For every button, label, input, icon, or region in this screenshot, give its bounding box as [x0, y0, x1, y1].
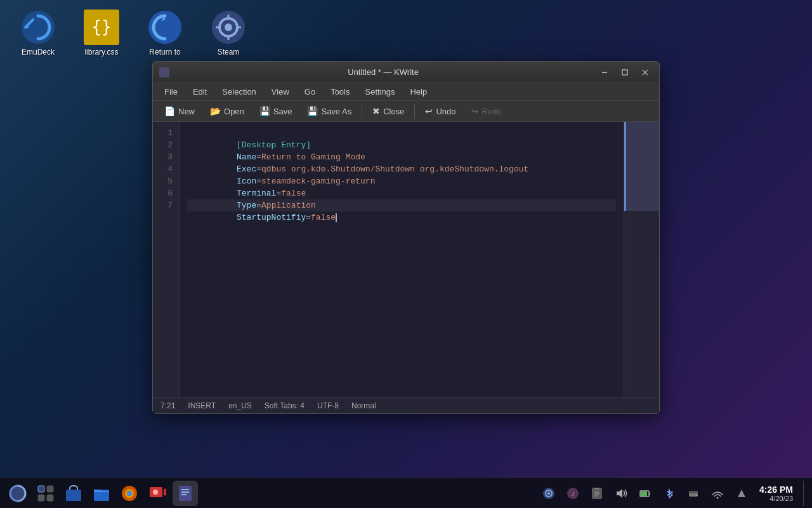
taskbar-volume[interactable]: [611, 483, 631, 504]
menu-selection[interactable]: Selection: [216, 84, 262, 99]
close-button[interactable]: [636, 65, 654, 79]
redo-icon: ↪: [471, 106, 479, 116]
toolbar-separator-2: [414, 104, 415, 119]
title-bar: Untitled * — KWrite: [153, 62, 659, 83]
svg-rect-16: [38, 495, 44, 501]
save-as-button[interactable]: 💾 Save As: [301, 104, 358, 119]
taskbar: ♪: [0, 478, 812, 508]
new-icon: 📄: [164, 106, 175, 116]
clock-time: 4:26 PM: [759, 485, 793, 495]
return-to-label: Return to: [149, 48, 180, 57]
taskbar-clock[interactable]: 4:26 PM 4/20/23: [756, 483, 797, 504]
desktop-icon-steam[interactable]: Steam: [203, 6, 254, 60]
status-style: Normal: [351, 401, 376, 410]
open-label: Open: [224, 107, 244, 116]
close-file-button[interactable]: ✖ Close: [366, 104, 410, 119]
taskbar-store[interactable]: [61, 481, 86, 506]
svg-text:{}: {}: [91, 17, 111, 36]
taskbar-kde-menu[interactable]: [5, 481, 30, 506]
svg-rect-18: [66, 490, 81, 501]
menu-bar: File Edit Selection View Go Tools Settin…: [153, 83, 659, 101]
menu-tools[interactable]: Tools: [324, 84, 356, 99]
editor-area[interactable]: 1 2 3 4 5 6 7 [Desktop Entry] Name=Retur…: [153, 122, 659, 397]
desktop: EmuDeck {} library.css Return to: [0, 0, 812, 508]
svg-point-47: [717, 497, 719, 498]
save-as-label: Save As: [321, 107, 351, 116]
taskbar-show-hidden[interactable]: [731, 483, 752, 504]
svg-rect-26: [179, 486, 192, 501]
menu-edit[interactable]: Edit: [187, 84, 213, 99]
svg-rect-15: [47, 486, 53, 492]
taskbar-pager[interactable]: [33, 481, 58, 506]
undo-label: Undo: [436, 107, 455, 116]
status-mode: INSERT: [188, 401, 216, 410]
line-num-4: 4: [157, 163, 175, 175]
minimap[interactable]: [624, 122, 659, 397]
redo-button[interactable]: ↪ Redo: [465, 104, 508, 119]
desktop-icon-library-css[interactable]: {} library.css: [76, 6, 127, 60]
desktop-icon-emudeck[interactable]: EmuDeck: [13, 6, 63, 60]
save-button[interactable]: 💾 Save: [253, 104, 299, 119]
taskbar-bluetooth[interactable]: [659, 483, 679, 504]
line-num-6: 6: [157, 187, 175, 199]
svg-rect-42: [641, 491, 647, 496]
open-icon: 📂: [210, 106, 221, 116]
svg-point-46: [696, 495, 697, 496]
taskbar-storage[interactable]: [683, 483, 704, 504]
new-button[interactable]: 📄 New: [158, 104, 201, 119]
steam-icon: [211, 10, 246, 45]
taskbar-battery[interactable]: [635, 483, 655, 504]
taskbar-clipboard[interactable]: [587, 483, 607, 504]
svg-marker-24: [164, 488, 166, 496]
svg-marker-48: [738, 490, 745, 497]
minimize-button[interactable]: [596, 65, 613, 79]
new-label: New: [178, 107, 195, 116]
emudeck-label: EmuDeck: [22, 48, 55, 57]
taskbar-audio-manager[interactable]: ♪: [563, 483, 583, 504]
editor-content[interactable]: [Desktop Entry] Name=Return to Gaming Mo…: [180, 122, 624, 397]
menu-settings[interactable]: Settings: [359, 84, 402, 99]
line-num-5: 5: [157, 175, 175, 187]
status-bar: 7:21 INSERT en_US Soft Tabs: 4 UTF-8 Nor…: [153, 397, 659, 413]
menu-help[interactable]: Help: [403, 84, 433, 99]
minimap-viewport-indicator: [624, 122, 659, 211]
svg-marker-40: [617, 489, 622, 498]
svg-rect-35: [593, 488, 601, 498]
taskbar-screen-recorder[interactable]: [145, 481, 170, 506]
taskbar-left: [5, 481, 198, 506]
emudeck-icon: [20, 10, 56, 45]
desktop-icons: EmuDeck {} library.css Return to: [13, 6, 254, 60]
undo-button[interactable]: ↩ Undo: [419, 104, 462, 119]
menu-file[interactable]: File: [158, 84, 184, 99]
taskbar-firefox[interactable]: [117, 481, 142, 506]
status-encoding: UTF-8: [317, 401, 339, 410]
svg-rect-43: [649, 493, 650, 495]
taskbar-files[interactable]: [89, 481, 114, 506]
save-label: Save: [273, 107, 292, 116]
text-cursor: [336, 213, 337, 222]
steam-label: Steam: [218, 48, 240, 57]
toolbar: 📄 New 📂 Open 💾 Save 💾 Save As ✖ Close: [153, 101, 659, 122]
svg-rect-10: [622, 70, 627, 75]
taskbar-right: ♪: [539, 481, 807, 506]
menu-view[interactable]: View: [265, 84, 296, 99]
line-num-2: 2: [157, 139, 175, 151]
svg-point-8: [225, 23, 232, 31]
return-to-icon: [147, 10, 183, 45]
save-icon: 💾: [259, 106, 270, 116]
svg-point-32: [547, 492, 550, 495]
maximize-button[interactable]: [616, 65, 634, 79]
taskbar-steam-tray[interactable]: [539, 483, 559, 504]
kwrite-window: Untitled * — KWrite File Edit: [152, 61, 660, 414]
taskbar-network[interactable]: [707, 483, 728, 504]
taskbar-kwrite[interactable]: [173, 481, 198, 506]
toolbar-separator-1: [362, 104, 362, 119]
open-button[interactable]: 📂 Open: [204, 104, 251, 119]
svg-rect-17: [47, 495, 53, 501]
status-indent: Soft Tabs: 4: [265, 401, 304, 410]
desktop-icon-return-to[interactable]: Return to: [140, 6, 190, 60]
menu-go[interactable]: Go: [298, 84, 322, 99]
status-position: 7:21: [160, 401, 175, 410]
show-desktop-button[interactable]: [803, 481, 807, 506]
svg-rect-14: [38, 486, 44, 492]
